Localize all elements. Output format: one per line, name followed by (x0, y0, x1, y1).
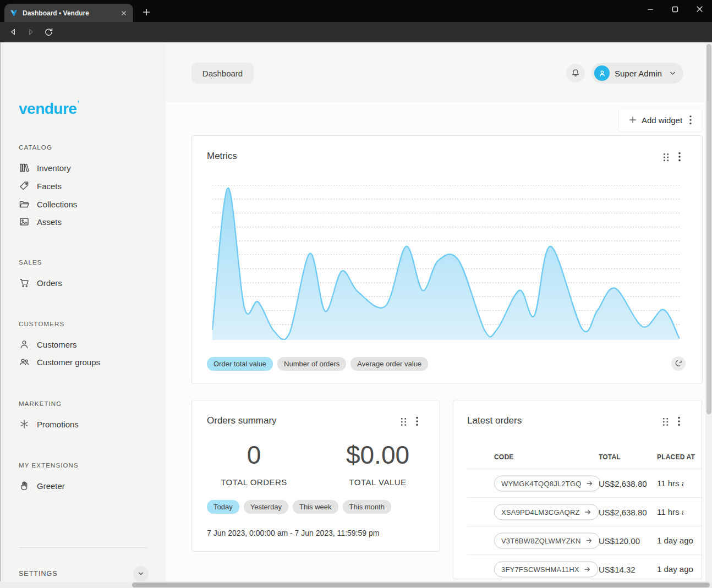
drag-handle-icon[interactable] (663, 153, 669, 162)
order-placed-at: 11 hrs ago (657, 479, 683, 488)
sidebar-item-collections[interactable]: Collections (19, 198, 160, 210)
metrics-widget: Metrics Order total value Number of orde… (191, 135, 703, 383)
order-total: US$120.00 (599, 536, 640, 546)
metrics-tabs: Order total value Number of orders Avera… (207, 357, 428, 371)
window-close-button[interactable] (687, 0, 712, 18)
new-tab-button[interactable] (140, 6, 152, 18)
vertical-scrollbar-thumb[interactable] (706, 44, 711, 414)
chevron-down-icon[interactable] (133, 566, 149, 581)
sidebar-section-customers: CUSTOMERS (19, 321, 64, 327)
kebab-menu-icon[interactable] (414, 416, 420, 426)
latest-orders-table: CODE TOTAL PLACED AT WYMGK4TQQ8JL2TGQ US… (453, 449, 702, 579)
sidebar-item-label: Customers (37, 340, 77, 349)
order-code-link[interactable]: XSA9PD4LM3CGAQRZ (494, 504, 599, 520)
browser-tab-bar: Dashboard • Vendure (0, 0, 712, 22)
breadcrumb[interactable]: Dashboard (191, 63, 254, 84)
horizontal-scrollbar[interactable] (0, 581, 712, 588)
metrics-chart (212, 179, 680, 340)
filter-yesterday[interactable]: Yesterday (244, 500, 288, 514)
filter-this-month[interactable]: This month (343, 500, 391, 514)
sidebar-item-label: Promotions (37, 420, 79, 429)
drag-handle-icon[interactable] (662, 417, 669, 426)
order-total: US$2,638.80 (599, 479, 647, 488)
chevron-down-icon (669, 70, 676, 77)
sidebar-section-my-extensions: MY EXTENSIONS (19, 462, 79, 469)
sidebar-item-greeter[interactable]: Greeter (19, 480, 160, 492)
forward-button[interactable] (23, 24, 39, 40)
widget-title: Orders summary (207, 415, 277, 426)
kebab-menu-icon[interactable] (677, 152, 682, 162)
bell-icon (571, 68, 580, 78)
sidebar-section-catalog: CATALOG (19, 144, 52, 151)
arrow-right-icon (584, 566, 591, 573)
refresh-button[interactable] (671, 356, 686, 371)
tab-number-of-orders[interactable]: Number of orders (277, 357, 346, 371)
vendure-logo[interactable]: vendure’ (19, 98, 79, 118)
order-code-link[interactable]: WYMGK4TQQ8JL2TGQ (494, 476, 600, 492)
sidebar-item-customers[interactable]: Customers (19, 338, 160, 350)
sidebar-item-inventory[interactable]: Inventory (19, 162, 160, 174)
hand-icon (19, 480, 30, 491)
order-placed-at: 1 day ago (657, 564, 695, 574)
order-code-link[interactable]: V3T6BW8ZQLWMYZKN (494, 533, 600, 549)
refresh-icon (675, 360, 682, 367)
filter-today[interactable]: Today (207, 500, 239, 514)
image-icon (19, 216, 30, 227)
stat-total-value: $0.00 TOTAL VALUE (316, 440, 440, 487)
arrow-right-icon (584, 509, 591, 516)
stat-label: TOTAL ORDERS (192, 477, 316, 487)
order-row: WYMGK4TQQ8JL2TGQ US$2,638.80 11 hrs ago (453, 469, 702, 498)
window-maximize-button[interactable] (662, 0, 687, 18)
stat-total-orders: 0 TOTAL ORDERS (192, 440, 316, 487)
sidebar-item-customer-groups[interactable]: Customer groups (19, 356, 160, 368)
sidebar-section-marketing: MARKETING (19, 400, 62, 407)
sidebar-item-assets[interactable]: Assets (19, 216, 160, 228)
order-row: XSA9PD4LM3CGAQRZ US$2,638.80 11 hrs ago (453, 498, 702, 526)
filter-this-week[interactable]: This week (293, 500, 338, 514)
sidebar-item-label: Inventory (37, 163, 71, 173)
stat-value: 0 (192, 440, 316, 470)
cart-icon (19, 277, 30, 288)
add-widget-button[interactable]: Add widget (618, 108, 702, 132)
widget-title: Metrics (207, 151, 237, 162)
stat-label: TOTAL VALUE (316, 477, 440, 487)
widget-title: Latest orders (467, 415, 522, 426)
column-header-placed-at: PLACED AT (657, 453, 695, 461)
tab-order-total-value[interactable]: Order total value (207, 357, 273, 371)
sidebar-item-label: Assets (37, 217, 62, 227)
kebab-menu-icon[interactable] (689, 115, 692, 125)
back-button[interactable] (6, 24, 21, 40)
order-placed-at: 11 hrs ago (657, 507, 683, 517)
sidebar-item-facets[interactable]: Facets (19, 180, 160, 192)
window-minimize-button[interactable] (638, 0, 662, 18)
drag-handle-icon[interactable] (401, 417, 407, 426)
vertical-scrollbar[interactable] (705, 42, 712, 581)
arrow-right-icon (586, 480, 593, 487)
order-row: V3T6BW8ZQLWMYZKN US$120.00 1 day ago (453, 526, 702, 555)
user-icon (19, 339, 30, 350)
sidebar-section-settings[interactable]: SETTINGS (19, 565, 149, 582)
browser-tab[interactable]: Dashboard • Vendure (4, 4, 133, 22)
folder-icon (19, 199, 30, 210)
summary-filters: Today Yesterday This week This month (207, 500, 391, 514)
kebab-menu-icon[interactable] (676, 416, 682, 426)
books-icon (19, 162, 30, 173)
sidebar-item-promotions[interactable]: Promotions (19, 418, 160, 430)
reload-button[interactable] (41, 24, 56, 40)
tab-close-icon[interactable] (119, 9, 128, 18)
user-menu[interactable]: Super Admin (591, 63, 683, 84)
column-header-code: CODE (494, 453, 513, 461)
sidebar-section-sales: SALES (19, 259, 42, 266)
sidebar-item-orders[interactable]: Orders (19, 277, 160, 289)
order-total: US$2,638.80 (599, 508, 647, 517)
order-code-link[interactable]: 3FY7FSCWSHMA11HX (494, 562, 598, 578)
browser-toolbar: localhost:3000/admin/ (0, 22, 712, 42)
users-icon (19, 356, 30, 367)
orders-summary-widget: Orders summary 0 TOTAL ORDERS $0.00 TOTA… (191, 400, 440, 552)
notifications-button[interactable] (566, 64, 585, 83)
tab-average-order-value[interactable]: Average order value (350, 357, 428, 371)
plus-icon (629, 116, 637, 124)
horizontal-scrollbar-thumb[interactable] (132, 582, 710, 587)
summary-stats: 0 TOTAL ORDERS $0.00 TOTAL VALUE (192, 440, 440, 487)
sidebar-item-label: Customer groups (37, 358, 100, 367)
